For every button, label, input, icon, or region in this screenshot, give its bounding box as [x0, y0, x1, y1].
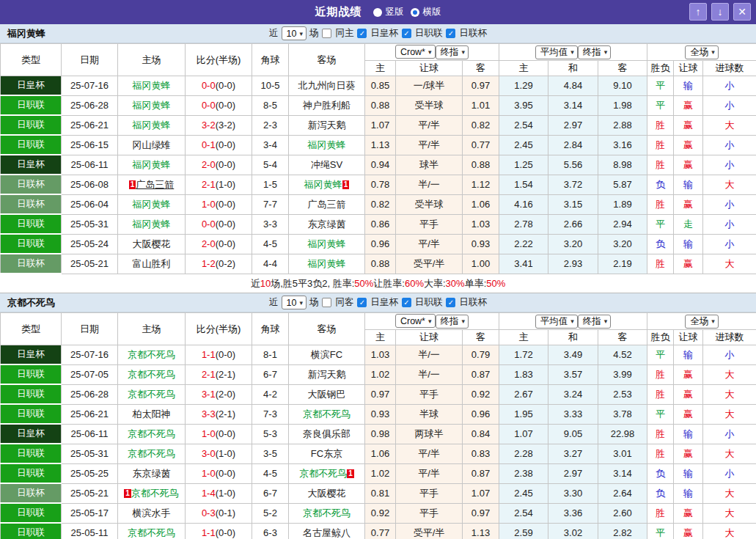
result-outcome: 胜	[647, 155, 674, 175]
cup-checkbox-1[interactable]: ✓	[402, 29, 411, 38]
home-team[interactable]: 福冈黄蜂	[118, 214, 186, 234]
home-team[interactable]: 柏太阳神	[118, 404, 186, 424]
home-team[interactable]: 福冈黄蜂	[118, 155, 186, 175]
score-cell: 1-0(0-0)	[186, 194, 252, 214]
sub-header-5: 客	[598, 61, 647, 76]
away-team[interactable]: 福冈黄蜂	[289, 234, 365, 254]
cup-checkbox-0[interactable]: ✓	[357, 298, 367, 307]
match-count-select[interactable]: 10▾	[282, 296, 307, 309]
home-team[interactable]: 京都不死鸟	[118, 345, 186, 365]
move-down-button[interactable]: ↓	[711, 3, 729, 21]
avg-source-select[interactable]: 平均值▾	[535, 45, 578, 59]
away-team[interactable]: 京都不死鸟	[289, 404, 365, 424]
avg-time-select[interactable]: 终指▾	[578, 315, 612, 329]
away-team[interactable]: 新泻天鹅	[289, 115, 365, 135]
away-team[interactable]: 冲绳SV	[289, 155, 365, 175]
odds-home: 0.85	[365, 76, 396, 96]
home-team[interactable]: 富山胜利	[118, 254, 186, 274]
home-team[interactable]: 冈山绿雉	[118, 135, 186, 155]
away-team[interactable]: 名古屋鲸八	[289, 523, 365, 539]
away-team[interactable]: 北九州向日葵	[289, 76, 365, 96]
home-team[interactable]: 东京绿茵	[118, 463, 186, 483]
cup-checkbox-2[interactable]: ✓	[446, 29, 455, 38]
odds-away: 1.06	[463, 194, 499, 214]
odds-handicap: 平手	[396, 384, 463, 404]
result-outcome: 胜	[647, 444, 674, 463]
away-team[interactable]: 新泻天鹅	[289, 364, 365, 384]
home-team[interactable]: 京都不死鸟	[118, 523, 186, 539]
close-button[interactable]: ✕	[733, 3, 751, 21]
move-up-button[interactable]: ↑	[689, 3, 707, 21]
match-row: 日皇杯25-06-11福冈黄蜂2-0(0-0)5-4冲绳SV0.94球半0.88…	[1, 155, 756, 175]
home-team[interactable]: 福冈黄蜂	[118, 194, 186, 214]
home-team[interactable]: 福冈黄蜂	[118, 95, 186, 115]
odds-time-select[interactable]: 终指▾	[436, 315, 469, 329]
avg-time-select[interactable]: 终指▾	[578, 45, 612, 59]
home-team[interactable]: 京都不死鸟	[118, 424, 186, 444]
home-team[interactable]: 大阪樱花	[118, 234, 186, 254]
avg-away: 3.20	[598, 234, 647, 254]
chevron-down-icon: ▾	[299, 30, 303, 37]
radio-icon-horizontal[interactable]	[411, 8, 419, 17]
score-cell: 3-0(1-0)	[186, 444, 252, 463]
match-count-select[interactable]: 10▾	[282, 26, 307, 40]
away-team[interactable]: 大阪樱花	[289, 483, 365, 503]
avg-away: 3.16	[598, 135, 647, 155]
same-venue-checkbox[interactable]	[322, 29, 331, 38]
chevron-down-icon: ▾	[711, 318, 715, 325]
sub-header-7: 让球	[674, 61, 703, 76]
result-goals: 小	[703, 194, 756, 214]
avg-away: 3.14	[598, 463, 647, 483]
match-date: 25-05-31	[62, 444, 118, 463]
away-team[interactable]: 奈良俱乐部	[289, 424, 365, 444]
away-team[interactable]: 福冈黄蜂	[289, 254, 365, 274]
home-team[interactable]: 1京都不死鸟	[118, 483, 186, 503]
home-team[interactable]: 京都不死鸟	[118, 444, 186, 463]
odds-home: 1.07	[365, 115, 396, 135]
result-goals: 大	[703, 175, 756, 194]
home-team[interactable]: 京都不死鸟	[118, 364, 186, 384]
away-team[interactable]: 横滨FC	[289, 345, 365, 365]
summary-segment: 近	[251, 277, 260, 290]
cup-checkbox-1[interactable]: ✓	[402, 298, 411, 307]
away-team[interactable]: 东京绿茵	[289, 214, 365, 234]
odds-source-select[interactable]: Crow*▾	[395, 45, 436, 59]
score-cell: 1-0(0-0)	[186, 424, 252, 444]
cup-checkbox-0[interactable]: ✓	[357, 29, 367, 38]
home-team[interactable]: 京都不死鸟	[118, 384, 186, 404]
score-cell: 0-0(0-0)	[186, 214, 252, 234]
scope-select[interactable]: 全场▾	[685, 315, 719, 329]
radio-vertical-layout[interactable]: 竖版	[373, 6, 404, 18]
away-team[interactable]: 福冈黄蜂1	[289, 175, 365, 194]
avg-home: 1.54	[499, 175, 548, 194]
match-date: 25-05-21	[62, 483, 118, 503]
radio-icon-vertical[interactable]	[373, 8, 382, 17]
away-team[interactable]: 京都不死鸟1	[289, 463, 365, 483]
cup-checkbox-2[interactable]: ✓	[446, 298, 455, 307]
result-outcome: 胜	[647, 424, 674, 444]
competition-type: 日职联	[1, 463, 62, 483]
avg-away: 3.78	[598, 404, 647, 424]
odds-time-select[interactable]: 终指▾	[436, 45, 469, 59]
result-outcome: 平	[647, 345, 674, 365]
home-team[interactable]: 1广岛三箭	[118, 175, 186, 194]
scope-select[interactable]: 全场▾	[685, 45, 719, 59]
result-goals: 大	[703, 503, 756, 523]
away-team[interactable]: 大阪钢巴	[289, 384, 365, 404]
away-team[interactable]: 京都不死鸟	[289, 503, 365, 523]
avg-source-select[interactable]: 平均值▾	[535, 315, 578, 329]
summary-segment: 30%	[446, 278, 465, 289]
odds-home: 0.98	[365, 424, 396, 444]
away-team[interactable]: FC东京	[289, 444, 365, 463]
radio-horizontal-layout[interactable]: 横版	[411, 6, 441, 18]
home-team[interactable]: 横滨水手	[118, 503, 186, 523]
away-team[interactable]: 神户胜利船	[289, 95, 365, 115]
match-date: 25-05-24	[62, 234, 118, 254]
away-team[interactable]: 广岛三箭	[289, 194, 365, 214]
away-team[interactable]: 福冈黄蜂	[289, 135, 365, 155]
home-team[interactable]: 福冈黄蜂	[118, 115, 186, 135]
odds-source-select[interactable]: Crow*▾	[395, 314, 436, 328]
same-venue-checkbox[interactable]	[322, 298, 331, 307]
check-icon: ✓	[448, 299, 454, 307]
home-team[interactable]: 福冈黄蜂	[118, 76, 186, 96]
